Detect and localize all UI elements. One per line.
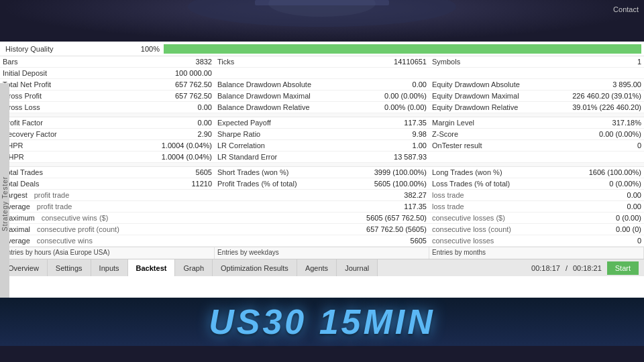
ahpr-row: AHPR 1.0004 (0.04%) LR Correlation 1.00 … [0,140,644,152]
ghpr-cell: GHPR 1.0004 (0.04%) [0,152,215,162]
ticks-value: 14110651 [391,57,429,66]
profit-trades-value: 5605 (100.00%) [372,179,429,188]
symbols-cell: Symbols 1 [429,56,644,67]
lr-std-err-label: LR Standard Error [215,152,280,162]
tab-journal[interactable]: Journal [337,259,378,276]
sharpe-ratio-label: Sharpe Ratio [215,129,263,139]
sharpe-ratio-value: 9.98 [410,129,429,139]
strategy-tester-panel: Strategy Tester History Quality 100% Bar… [0,42,644,298]
tab-optimization-results[interactable]: Optimization Results [213,259,297,276]
tab-graph[interactable]: Graph [175,259,213,276]
net-profit-row: Total Net Profit 657 762.50 Balance Draw… [0,79,644,90]
total-trades-value: 5605 [193,168,215,177]
timer-total: 00:18:21 [573,264,602,272]
header-decoration [0,0,644,42]
bottom-banner: US30 15MIN [0,298,644,346]
bars-ticks-symbols-row: Bars 3832 Ticks 14110651 Symbols 1 [0,56,644,68]
top-header: Contact [0,0,644,42]
entries-row: Entries by hours (Asia Europe USA) Entri… [0,247,644,259]
lr-corr-label: LR Correlation [215,141,268,150]
profit-trades-label: Profit Trades (% of total) [215,179,300,188]
lr-corr-value: 1.00 [410,141,429,150]
bal-dd-max-label: Balance Drawdown Maximal [215,91,313,101]
expected-payoff-cell: Expected Payoff 117.35 [215,117,429,128]
symbols-value: 1 [635,57,644,66]
history-quality-row: History Quality 100% [0,42,644,56]
eq-dd-max-cell: Equity Drawdown Maximal 226 460.20 (39.0… [429,90,644,101]
largest-label-cell: Largest profit trade [0,190,215,200]
avg-consec-row: Average consecutive wins 5605 consecutiv… [0,235,644,247]
timer-elapsed: 00:18:17 [531,264,560,272]
bars-value: 3832 [193,57,215,66]
stats-panel: History Quality 100% Bars 3832 Ticks 141… [0,42,644,315]
timer-area: 00:18:17 / 00:18:21 Start [526,259,644,276]
history-quality-value: 100% [110,44,164,54]
average-loss-value: 0.00 [625,202,644,211]
bal-dd-abs-cell: Balance Drawdown Absolute 0.00 [215,79,429,90]
tab-settings[interactable]: Settings [48,259,91,276]
average-label-cell: Average profit trade [0,201,215,212]
eq-dd-rel-cell: Equity Drawdown Relative 39.01% (226 460… [429,102,644,113]
z-score-label: Z-Score [429,129,461,139]
contact-button[interactable]: Contact [613,5,639,13]
avg-consec-label-cell: Average consecutive wins [0,235,215,246]
tab-agents[interactable]: Agents [297,259,337,276]
entries-months: Entries by months [429,247,644,259]
bal-dd-max-value: 0.00 (0.00%) [382,91,429,101]
avg-wins-sub: consecutive wins [34,236,95,245]
lr-std-err-value: 13 587.93 [391,152,429,162]
tab-inputs[interactable]: Inputs [91,259,128,276]
margin-level-label: Margin Level [429,118,477,127]
maximal-label-cell: Maximal consecutive profit (count) [0,224,215,235]
margin-level-cell: Margin Level 317.18% [429,117,644,128]
largest-profit-value: 382.27 [401,190,429,200]
ghpr-row: GHPR 1.0004 (0.04%) LR Standard Error 13… [0,152,644,163]
loss-trades-cell: Loss Trades (% of total) 0 (0.00%) [429,178,644,189]
entries-hours: Entries by hours (Asia Europe USA) [0,247,215,259]
tab-backtest[interactable]: Backtest [128,259,176,276]
max-wins-cell: 5605 (657 762.50) [215,213,429,223]
bal-dd-abs-value: 0.00 [410,80,429,89]
z-score-cell: Z-Score 0.00 (0.00%) [429,129,644,139]
profit-factor-value: 0.00 [195,118,215,127]
eq-dd-abs-value: 3 895.00 [610,80,644,89]
eq-dd-rel-label: Equity Drawdown Relative [429,103,521,112]
total-deals-row: Total Deals 11210 Profit Trades (% of to… [0,178,644,190]
loss-trades-label: Loss Trades (% of total) [429,179,513,188]
largest-loss-cell: loss trade 0.00 [429,190,644,200]
gross-profit-row: Gross Profit 657 762.50 Balance Drawdown… [0,90,644,102]
maximal-loss-cell: consecutive loss (count) 0.00 (0) [429,224,644,235]
bal-dd-rel-label: Balance Drawdown Relative [215,103,313,112]
sharpe-ratio-cell: Sharpe Ratio 9.98 [215,129,429,139]
start-button[interactable]: Start [607,261,639,275]
gross-profit-cell: Gross Profit 657 762.50 [0,90,215,101]
eq-dd-max-value: 226 460.20 (39.01%) [570,91,644,101]
net-profit-value: 657 762.50 [172,80,215,89]
ghpr-value: 1.0004 (0.04%) [159,152,215,162]
max-consec-row: Maximum consecutive wins ($) 5605 (657 7… [0,213,644,224]
expected-payoff-label: Expected Payoff [215,118,274,127]
initial-deposit-label: Initial Deposit [0,68,50,78]
maximal-profit-value: 657 762.50 (5605) [364,225,429,234]
margin-level-value: 317.18% [610,118,644,127]
eq-dd-max-label: Equity Drawdown Maximal [429,91,522,101]
largest-profit-cell: 382.27 [215,190,429,200]
max-consec-label-cell: Maximum consecutive wins ($) [0,213,215,223]
eq-dd-abs-label: Equity Drawdown Absolute [429,80,523,89]
banner-text: US30 15MIN [209,302,435,342]
loss-trades-value: 0 (0.00%) [606,179,644,188]
lr-std-err-cell: LR Standard Error 13 587.93 [215,152,429,162]
largest-loss-value: 0.00 [625,190,644,200]
eq-dd-rel-value: 39.01% (226 460.20) [570,103,644,112]
gross-profit-value: 657 762.50 [172,91,215,101]
max-losses-value: 0 (0.00) [613,213,644,223]
avg-losses-cell: consecutive losses 0 [429,235,644,246]
svg-rect-2 [255,0,389,5]
tabs-bar: Overview Settings Inputs Backtest Graph … [0,259,644,276]
gross-loss-value: 0.00 [195,103,215,112]
max-wins-value: 5605 (657 762.50) [364,213,429,223]
sidebar-label: Strategy Tester [0,83,9,324]
average-profit-sub: profit trade [34,202,75,211]
maximal-row: Maximal consecutive profit (count) 657 7… [0,224,644,235]
maximal-profit-sub: consecutive profit (count) [34,225,122,234]
